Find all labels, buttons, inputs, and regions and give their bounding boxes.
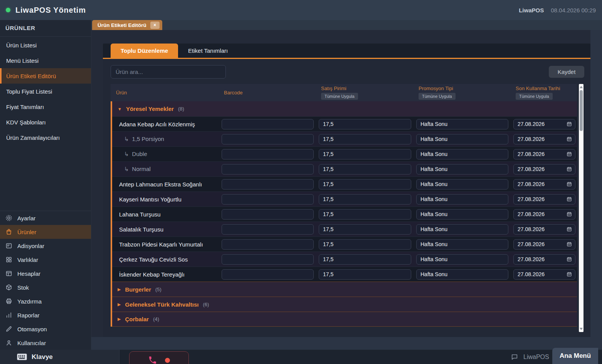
barcode-input[interactable] <box>222 239 314 250</box>
main-menu-button[interactable]: Ana Menü <box>552 348 598 364</box>
price-input[interactable] <box>319 194 411 205</box>
window-tab[interactable]: Ürün Etiketi Editörü × <box>92 20 162 30</box>
barcode-input[interactable] <box>222 194 314 205</box>
keyboard-button[interactable]: Klavye <box>0 350 119 364</box>
promo-type-input[interactable] <box>416 149 508 159</box>
sidebar-module-9[interactable]: Kullanıcılar <box>0 336 91 350</box>
expiry-date-field[interactable]: 27.08.2026 <box>513 164 575 174</box>
price-input[interactable] <box>319 209 411 220</box>
price-input[interactable] <box>319 149 411 159</box>
barcode-input[interactable] <box>222 209 314 220</box>
product-row: Trabzon Pidesi Kaşarlı Yumurtalı 27.08.2… <box>112 237 577 252</box>
search-input[interactable] <box>111 65 226 79</box>
expiry-date-field[interactable]: 27.08.2026 <box>513 179 575 190</box>
price-input[interactable] <box>319 164 411 174</box>
barcode-input[interactable] <box>222 164 314 174</box>
editor-panel: Toplu Düzenleme Etiket Tanımları Kaydet … <box>103 44 590 337</box>
promo-type-input[interactable] <box>416 224 508 235</box>
sidebar-module-0[interactable]: Ayarlar <box>0 211 91 225</box>
sidebar-item-5[interactable]: KDV Şablonları <box>0 114 91 130</box>
sidebar-item-0[interactable]: Ürün Listesi <box>0 37 91 53</box>
calendar-icon <box>567 272 572 277</box>
sidebar-module-4[interactable]: Hesaplar <box>0 267 91 280</box>
product-row: Lahana Turşusu 27.08.2026 <box>112 206 577 221</box>
scroll-down-icon[interactable] <box>580 328 583 330</box>
sidebar-module-5[interactable]: Stok <box>0 280 91 294</box>
sidebar-item-4[interactable]: Fiyat Tanımları <box>0 99 91 114</box>
expiry-date-field[interactable]: 27.08.2026 <box>513 269 575 280</box>
sidebar-module-7[interactable]: Raporlar <box>0 308 91 322</box>
barcode-input[interactable] <box>222 179 314 190</box>
price-input[interactable] <box>319 179 411 190</box>
barcode-input[interactable] <box>222 134 314 144</box>
promo-type-input[interactable] <box>416 254 508 265</box>
sidebar-item-label: Ürün Zamanlayıcıları <box>6 134 60 141</box>
barcode-input[interactable] <box>222 269 314 280</box>
keyboard-label: Klavye <box>32 353 53 361</box>
receipt-icon <box>5 242 12 249</box>
sidebar-module-8[interactable]: Otomasyon <box>0 322 91 336</box>
expiry-date-field[interactable]: 27.08.2026 <box>513 149 575 159</box>
product-row: ↳Normal 27.08.2026 <box>112 161 577 176</box>
automation-icon <box>5 325 12 332</box>
sidebar: ÜRÜNLER Ürün Listesi Menü Listesi Ürün E… <box>0 20 91 350</box>
barcode-input[interactable] <box>222 119 314 129</box>
category-count: (4) <box>153 316 159 322</box>
expiry-date-value: 27.08.2026 <box>518 166 545 172</box>
sidebar-item-6[interactable]: Ürün Zamanlayıcıları <box>0 130 91 145</box>
category-row[interactable]: ▼ Yöresel Yemekler (8) <box>112 101 577 116</box>
sidebar-item-2[interactable]: Ürün Etiketi Editörü <box>0 68 91 84</box>
expiry-date-value: 27.08.2026 <box>518 211 545 217</box>
expiry-date-field[interactable]: 27.08.2026 <box>513 134 575 144</box>
tab-toplu-duzenleme[interactable]: Toplu Düzenleme <box>111 44 178 58</box>
price-input[interactable] <box>319 269 411 280</box>
expiry-date-field[interactable]: 27.08.2026 <box>513 224 575 235</box>
product-row: Çerkez Tavuğu Cevizli Sos 27.08.2026 <box>112 252 577 267</box>
sidebar-module-6[interactable]: Yazdırma <box>0 294 91 308</box>
tab-etiket-tanimlari[interactable]: Etiket Tanımları <box>178 44 238 58</box>
sidebar-module-2[interactable]: Adisyonlar <box>0 239 91 253</box>
phone-call-button[interactable] <box>129 351 189 364</box>
expiry-date-value: 27.08.2026 <box>518 136 545 142</box>
scrollbar-thumb[interactable] <box>580 90 583 131</box>
promo-type-input[interactable] <box>416 179 508 190</box>
close-icon[interactable]: × <box>150 22 160 29</box>
apply-all-expiry-button[interactable]: Tümüne Uygula <box>516 93 553 100</box>
barcode-input[interactable] <box>222 149 314 159</box>
expiry-date-field[interactable]: 27.08.2026 <box>513 119 575 129</box>
category-row[interactable]: ▶ Burgerler (5) <box>112 282 577 297</box>
promo-type-input[interactable] <box>416 209 508 220</box>
price-input[interactable] <box>319 239 411 250</box>
scroll-up-icon[interactable] <box>580 86 583 88</box>
price-input[interactable] <box>319 134 411 144</box>
sidebar-item-1[interactable]: Menü Listesi <box>0 53 91 68</box>
price-input[interactable] <box>319 224 411 235</box>
expiry-date-field[interactable]: 27.08.2026 <box>513 194 575 205</box>
promo-type-input[interactable] <box>416 194 508 205</box>
category-row[interactable]: ▶ Çorbalar (4) <box>112 312 577 327</box>
expiry-date-field[interactable]: 27.08.2026 <box>513 254 575 265</box>
sidebar-item-3[interactable]: Toplu Fiyat Listesi <box>0 84 91 99</box>
apply-all-price-button[interactable]: Tümüne Uygula <box>321 93 358 100</box>
barcode-input[interactable] <box>222 254 314 265</box>
expiry-date-field[interactable]: 27.08.2026 <box>513 209 575 220</box>
sidebar-module-label: Ayarlar <box>17 215 35 221</box>
promo-type-input[interactable] <box>416 164 508 174</box>
bottombar-brand: LiwaPOS <box>523 354 549 361</box>
category-row[interactable]: ▶ Geleneksel Türk Kahvaltısı (6) <box>112 297 577 312</box>
promo-type-input[interactable] <box>416 239 508 250</box>
expiry-date-field[interactable]: 27.08.2026 <box>513 239 575 250</box>
save-button[interactable]: Kaydet <box>549 66 584 78</box>
apply-all-promo-button[interactable]: Tümüne Uygula <box>419 93 456 100</box>
promo-type-input[interactable] <box>416 119 508 129</box>
sidebar-module-3[interactable]: Varlıklar <box>0 253 91 267</box>
barcode-input[interactable] <box>222 224 314 235</box>
promo-type-input[interactable] <box>416 269 508 280</box>
status-dot-icon <box>6 8 10 12</box>
price-input[interactable] <box>319 254 411 265</box>
promo-type-input[interactable] <box>416 134 508 144</box>
price-input[interactable] <box>319 119 411 129</box>
chat-bubble-icon <box>511 353 518 361</box>
scrollbar[interactable] <box>579 84 584 332</box>
sidebar-module-1[interactable]: Ürünler <box>0 225 91 239</box>
